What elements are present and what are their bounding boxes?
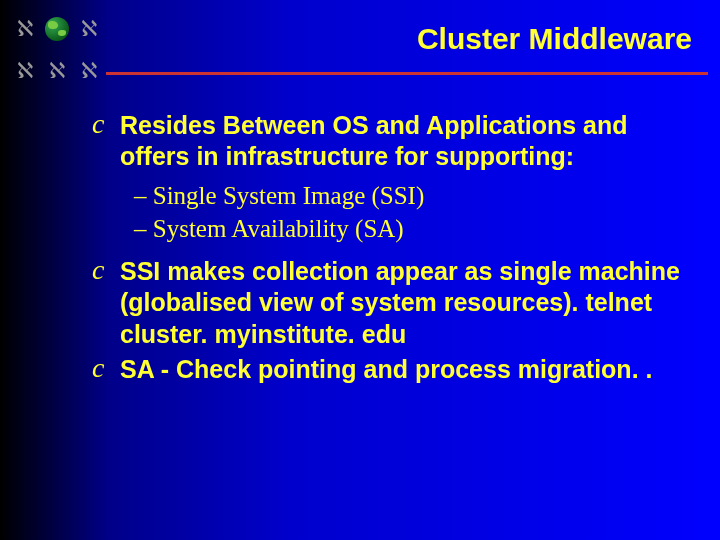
decor-glyph-icon: ℵ [10,10,40,48]
bullet-marker-icon: c [92,256,112,284]
title-divider [106,72,708,75]
bullet-text: SA - Check pointing and process migratio… [120,354,652,385]
sub-item: – System Availability (SA) [134,212,700,246]
bullet-text: Resides Between OS and Applications and … [120,110,700,173]
decor-glyph-icon: ℵ [10,52,40,90]
bullet-item: c SSI makes collection appear as single … [92,256,700,350]
sub-list: – Single System Image (SSI) – System Ava… [134,179,700,247]
decor-glyph-icon: ℵ [74,52,104,90]
decor-glyph-icon: ℵ [74,10,104,48]
slide-title: Cluster Middleware [417,22,692,56]
bullet-text: SSI makes collection appear as single ma… [120,256,700,350]
decorative-icon-grid: ℵ ℵ ℵ ℵ ℵ [10,10,100,90]
bullet-marker-icon: c [92,110,112,138]
decor-glyph-icon: ℵ [42,52,72,90]
slide-content: c Resides Between OS and Applications an… [92,110,700,389]
globe-icon [42,10,72,48]
bullet-item: c SA - Check pointing and process migrat… [92,354,700,385]
sub-item: – Single System Image (SSI) [134,179,700,213]
bullet-marker-icon: c [92,354,112,382]
bullet-item: c Resides Between OS and Applications an… [92,110,700,173]
